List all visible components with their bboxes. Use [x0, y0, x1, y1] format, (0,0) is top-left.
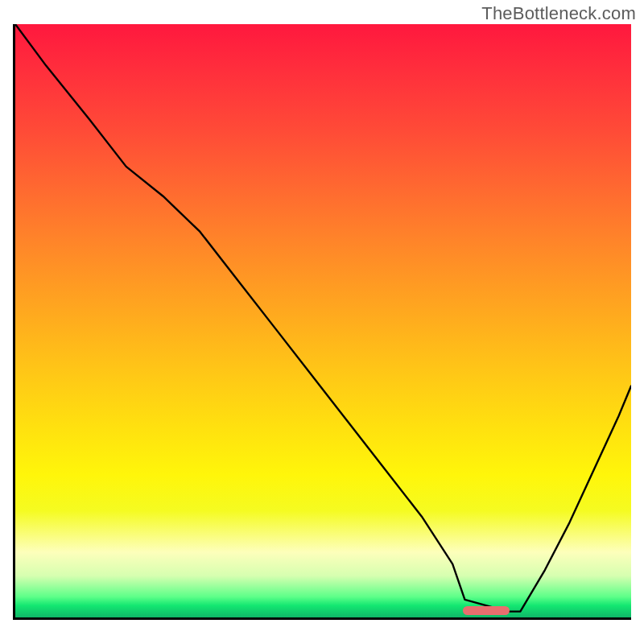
watermark-label: TheBottleneck.com — [481, 3, 636, 24]
chart-area — [13, 24, 631, 620]
chart-curve — [15, 24, 631, 617]
optimum-marker — [463, 606, 510, 615]
